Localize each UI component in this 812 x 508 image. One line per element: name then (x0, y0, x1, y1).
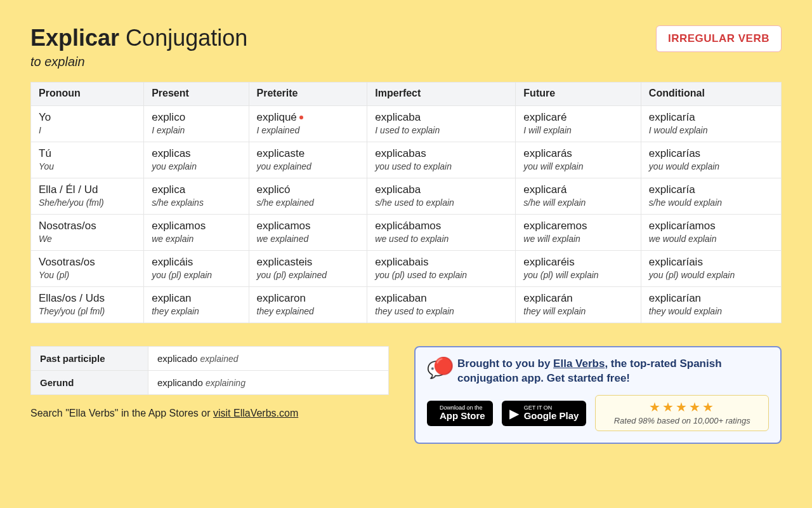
conjugation-cell: Ellas/os / UdsThey/you (pl fml) (31, 286, 144, 323)
conjugation-cell: explicábamoswe used to explain (367, 214, 516, 250)
conjugation-cell: explicabas/he used to explain (367, 178, 516, 214)
table-row: Ellas/os / UdsThey/you (pl fml)explicant… (31, 286, 782, 323)
conjugation-cell: explicamoswe explain (144, 214, 249, 250)
rating-text: Rated 98% based on 10,000+ ratings (603, 416, 761, 425)
promo-link[interactable]: Ella Verbs (553, 358, 605, 370)
participle-row: Gerundexplicando explaining (31, 370, 389, 394)
conjugation-cell: explicasteyou explained (249, 142, 367, 178)
page-title: Explicar Conjugation (30, 25, 247, 51)
conjugation-cell: explicaránthey will explain (516, 286, 641, 323)
promo-text: Brought to you by Ella Verbs, the top-ra… (457, 356, 769, 387)
conjugation-cell: explicabanthey used to explain (367, 286, 516, 323)
ellaverbs-link[interactable]: visit EllaVerbs.com (213, 408, 298, 418)
conjugation-cell: explicaríasyou would explain (641, 142, 781, 178)
irregular-dot-icon (299, 116, 303, 119)
table-row: YoIexplicoI explainexpliquéI explainedex… (31, 105, 782, 142)
conjugation-cell: explicasyou explain (144, 142, 249, 178)
conjugation-cell: expliquéI explained (249, 105, 367, 142)
conjugation-cell: TúYou (31, 142, 144, 178)
conjugation-cell: Nosotras/osWe (31, 214, 144, 250)
search-note-text: Search "Ella Verbs" in the App Stores or (30, 408, 213, 418)
search-note: Search "Ella Verbs" in the App Stores or… (30, 408, 389, 419)
star-icons: ★★★★★ (603, 399, 761, 415)
conjugation-cell: explicas/he explains (144, 178, 249, 214)
conjugation-cell: explicarásyou will explain (516, 142, 641, 178)
conjugation-cell: Vosotras/osYou (pl) (31, 250, 144, 286)
irregular-badge: IRREGULAR VERB (656, 25, 782, 52)
table-row: TúYouexplicasyou explainexplicasteyou ex… (31, 142, 782, 178)
conjugation-cell: explicaréI will explain (516, 105, 641, 142)
verb-name: Explicar (30, 25, 119, 51)
google-play-button[interactable]: ▶ GET IT ON Google Play (502, 401, 587, 426)
participles-table: Past participleexplicado explainedGerund… (30, 346, 389, 395)
conjugation-cell: explicáisyou (pl) explain (144, 250, 249, 286)
conjugation-cell: explicaríaI would explain (641, 105, 781, 142)
conjugation-cell: explicabaisyou (pl) used to explain (367, 250, 516, 286)
conjugation-cell: explicós/he explained (249, 178, 367, 214)
participle-row: Past participleexplicado explained (31, 346, 389, 370)
table-row: Ella / Él / UdShe/he/you (fml)explicas/h… (31, 178, 782, 214)
verb-meaning: to explain (30, 55, 247, 69)
conjugation-cell: explicabaI used to explain (367, 105, 516, 142)
conjugation-cell: explicasteisyou (pl) explained (249, 250, 367, 286)
column-header: Imperfect (367, 82, 516, 105)
conjugation-cell: explicamoswe explained (249, 214, 367, 250)
app-store-button[interactable]: Download on the App Store (427, 401, 493, 426)
conjugation-cell: explicabasyou used to explain (367, 142, 516, 178)
conjugation-cell: explicarás/he will explain (516, 178, 641, 214)
conjugation-table: PronounPresentPreteriteImperfectFutureCo… (30, 82, 782, 323)
conjugation-cell: explicaremoswe will explain (516, 214, 641, 250)
conjugation-cell: explicaríanthey would explain (641, 286, 781, 323)
column-header: Pronoun (31, 82, 144, 105)
conjugation-cell: explicaríamoswe would explain (641, 214, 781, 250)
column-header: Conditional (641, 82, 781, 105)
conjugation-cell: explicanthey explain (144, 286, 249, 323)
column-header: Preterite (249, 82, 367, 105)
conjugation-cell: explicaréisyou (pl) will explain (516, 250, 641, 286)
column-header: Future (516, 82, 641, 105)
column-header: Present (144, 82, 249, 105)
table-row: Nosotras/osWeexplicamoswe explainexplica… (31, 214, 782, 250)
conjugation-cell: explicoI explain (144, 105, 249, 142)
title-suffix: Conjugation (126, 25, 247, 51)
promo-box: 💬 🔴 Brought to you by Ella Verbs, the to… (414, 346, 782, 444)
conjugation-cell: explicarías/he would explain (641, 178, 781, 214)
ella-verbs-icon: 💬 🔴 (427, 356, 450, 379)
conjugation-cell: Ella / Él / UdShe/he/you (fml) (31, 178, 144, 214)
rating-box: ★★★★★ Rated 98% based on 10,000+ ratings (595, 395, 769, 431)
conjugation-cell: explicaríaisyou (pl) would explain (641, 250, 781, 286)
conjugation-cell: YoI (31, 105, 144, 142)
conjugation-cell: explicaronthey explained (249, 286, 367, 323)
table-row: Vosotras/osYou (pl)explicáisyou (pl) exp… (31, 250, 782, 286)
google-play-icon: ▶ (509, 406, 519, 421)
